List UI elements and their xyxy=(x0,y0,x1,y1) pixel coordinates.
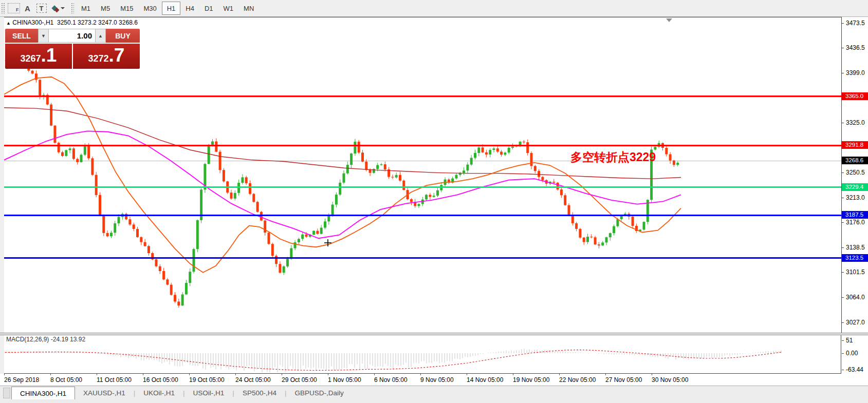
time-tick-mark xyxy=(652,374,652,375)
time-label: 6 Nov 05:00 xyxy=(374,376,408,383)
tab-strip-spacer xyxy=(3,388,10,398)
one-click-trading-widget: SELL ▼ 1.00 ▲ BUY 3267.1 3272.7 xyxy=(5,29,140,69)
text-t-glyph: T xyxy=(36,4,47,13)
grid-f-icon[interactable]: F xyxy=(7,2,21,15)
trading-terminal-window: { "toolbar": { "tools": [ {"name": "grid… xyxy=(0,0,868,403)
buy-price-main: 3272 xyxy=(88,53,109,64)
price-tick-mark xyxy=(842,297,844,298)
chart-shift-marker-icon[interactable] xyxy=(666,18,672,22)
buy-button[interactable]: BUY xyxy=(106,29,140,43)
timeframe-button-m1[interactable]: M1 xyxy=(76,2,96,15)
sell-button[interactable]: SELL xyxy=(5,29,38,43)
timeframe-button-m15[interactable]: M15 xyxy=(115,2,138,15)
bottom-strip xyxy=(0,399,868,403)
time-label: 11 Oct 05:00 xyxy=(97,376,132,383)
time-label: 26 Sep 2018 xyxy=(4,376,39,383)
buy-price-panel[interactable]: 3272.7 xyxy=(73,44,140,69)
price-level-tag: 3365.0 xyxy=(842,92,868,100)
price-tick-mark xyxy=(842,23,844,24)
time-tick-mark xyxy=(559,374,560,375)
price-tick-label: 3399.0 xyxy=(846,69,865,76)
timeframe-group: M1M5M15M30H1H4D1W1MN xyxy=(76,2,259,15)
macd-tick-mark xyxy=(842,370,844,370)
price-tick-mark xyxy=(842,73,844,73)
text-tool-icon[interactable]: T xyxy=(34,2,48,15)
price-tick-mark xyxy=(842,222,844,223)
time-tick-mark xyxy=(235,374,236,375)
time-axis[interactable]: 26 Sep 20188 Oct 05:0011 Oct 05:0016 Oct… xyxy=(0,374,868,386)
timeframe-button-mn[interactable]: MN xyxy=(238,2,259,15)
price-tick-mark xyxy=(842,322,844,323)
sell-price-big-digit: .1 xyxy=(41,48,57,63)
time-label: 9 Nov 05:00 xyxy=(420,376,454,383)
tab-usoil-h1[interactable]: USOil-,H1 xyxy=(185,386,233,400)
time-label: 27 Nov 05:00 xyxy=(605,376,642,383)
macd-axis[interactable]: 510.00-63.44 xyxy=(842,335,868,374)
price-tick-label: 3473.5 xyxy=(846,20,865,27)
dropdown-caret-icon xyxy=(61,7,65,9)
toolbar-separator xyxy=(71,3,74,14)
price-axis[interactable]: 3473.53436.53399.03325.03250.53213.03176… xyxy=(842,17,868,333)
timeframe-button-h4[interactable]: H4 xyxy=(180,2,199,15)
macd-tick-label: -63.44 xyxy=(846,366,863,373)
price-level-tag: 3123.5 xyxy=(842,254,868,262)
price-tick-mark xyxy=(842,123,844,123)
time-label: 19 Nov 05:00 xyxy=(513,376,549,383)
macd-tick-label: 51 xyxy=(846,337,853,344)
chart-tab-bar: CHINA300-,H1XAUUSD-,H1|UKOil-,H1|USOil-,… xyxy=(0,386,868,400)
time-label: 19 Oct 05:00 xyxy=(189,376,225,383)
price-level-tag: 3229.4 xyxy=(842,183,868,191)
macd-canvas xyxy=(4,335,841,373)
collapse-arrow-icon[interactable]: ▲ xyxy=(6,21,11,26)
timeframe-button-d1[interactable]: D1 xyxy=(199,2,218,15)
time-tick-mark xyxy=(605,374,606,375)
volume-decrease-button[interactable]: ▼ xyxy=(38,29,49,43)
time-label: 29 Oct 05:00 xyxy=(282,376,317,383)
arrows-tool-icon[interactable] xyxy=(48,2,69,15)
time-tick-mark xyxy=(420,374,421,375)
price-tick-label: 3176.0 xyxy=(846,219,865,226)
ohlc-open: 3250.1 xyxy=(57,19,76,26)
time-label: 30 Nov 05:00 xyxy=(652,376,688,383)
tab-gbpusd-daily[interactable]: GBPUSD-,Daily xyxy=(286,386,352,400)
price-tick-mark xyxy=(842,172,844,173)
time-tick-mark xyxy=(189,374,190,375)
price-level-tag: 3187.5 xyxy=(842,211,868,219)
sell-price-panel[interactable]: 3267.1 xyxy=(5,44,72,69)
sell-price-main: 3267 xyxy=(21,53,41,64)
tab-china300-h1[interactable]: CHINA300-,H1 xyxy=(11,387,75,400)
price-tick-label: 3213.0 xyxy=(846,194,865,201)
chart-window: 3473.53436.53399.03325.03250.53213.03176… xyxy=(0,17,868,403)
time-label: 24 Oct 05:00 xyxy=(235,376,271,383)
timeframe-button-w1[interactable]: W1 xyxy=(218,2,239,15)
price-tick-label: 3101.5 xyxy=(846,268,865,276)
price-tick-label: 3027.0 xyxy=(846,319,865,326)
price-level-tag: 3291.8 xyxy=(842,141,868,149)
macd-tick-mark xyxy=(842,340,844,341)
tab-xauusd-h1[interactable]: XAUUSD-,H1 xyxy=(75,386,134,400)
price-tick-label: 3138.5 xyxy=(846,244,865,251)
tab-ukoil-h1[interactable]: UKOil-,H1 xyxy=(135,386,183,400)
volume-increase-button[interactable]: ▲ xyxy=(95,29,106,43)
macd-label: MACD(12,26,9) -24.19 13.92 xyxy=(6,336,85,343)
macd-tick-label: 0.00 xyxy=(846,350,858,357)
price-tick-label: 3064.0 xyxy=(846,294,865,301)
time-label: 16 Oct 05:00 xyxy=(143,376,178,383)
volume-input[interactable]: 1.00 xyxy=(49,29,95,43)
time-tick-mark xyxy=(513,374,513,375)
chart-text-annotation[interactable]: 多空转折点3229 xyxy=(570,149,656,165)
label-tool-icon[interactable]: A xyxy=(21,2,34,15)
tab-sp500-h4[interactable]: SP500-,H4 xyxy=(234,386,285,400)
toolbar-grip[interactable] xyxy=(1,3,5,14)
price-tick-mark xyxy=(842,48,844,48)
ohlc-close: 3268.6 xyxy=(119,19,138,26)
timeframe-button-m30[interactable]: M30 xyxy=(138,2,161,15)
timeframe-button-m5[interactable]: M5 xyxy=(96,2,115,15)
macd-pane[interactable]: MACD(12,26,9) -24.19 13.92 xyxy=(4,335,841,374)
time-tick-mark xyxy=(97,374,97,375)
timeframe-button-h1[interactable]: H1 xyxy=(162,2,181,15)
macd-signal-value: 13.92 xyxy=(70,336,85,343)
time-tick-mark xyxy=(282,374,282,375)
macd-main-value: -24.19 xyxy=(51,336,68,343)
label-a-glyph: A xyxy=(25,4,30,13)
